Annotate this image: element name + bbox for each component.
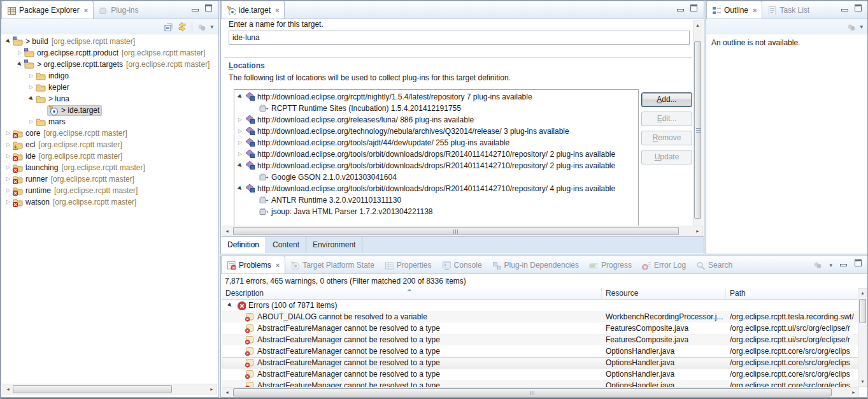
expand-arrow-icon[interactable]: [4, 162, 13, 173]
expand-arrow-icon[interactable]: [236, 126, 245, 137]
tree-item-kepler[interactable]: kepler: [1, 82, 218, 93]
target-name-input[interactable]: [229, 31, 690, 45]
tree-item-indigo[interactable]: indigo: [1, 70, 218, 82]
expand-arrow-icon[interactable]: [236, 91, 245, 103]
collapse-all-icon[interactable]: [164, 22, 173, 31]
location-plugin-row[interactable]: ANTLR Runtime 3.2.0.v201101311130: [234, 194, 638, 206]
close-icon[interactable]: [84, 7, 88, 13]
view-menu-chevron-icon[interactable]: [829, 262, 832, 268]
expand-arrow-icon[interactable]: [4, 196, 13, 208]
tree-item-watson[interactable]: watson [org.eclipse.rcptt master]: [1, 196, 218, 208]
tab-console[interactable]: Console: [437, 256, 487, 273]
problem-row[interactable]: AbstractFeatureManager cannot be resolve…: [222, 380, 859, 387]
problems-hscrollbar[interactable]: [222, 387, 859, 398]
tree-item-ecl[interactable]: ecl [org.eclipse.rcptt master]: [1, 139, 218, 150]
scroll-left-icon[interactable]: [3, 387, 13, 391]
maximize-icon[interactable]: [205, 4, 212, 11]
minimize-icon[interactable]: [841, 9, 848, 11]
maximize-icon[interactable]: [690, 4, 697, 11]
scroll-left-icon[interactable]: [222, 229, 232, 233]
problem-row[interactable]: AbstractFeatureManager cannot be resolve…: [222, 334, 859, 345]
add-button[interactable]: Add...: [641, 92, 692, 107]
expand-arrow-icon[interactable]: [236, 114, 245, 126]
expand-arrow-icon[interactable]: [4, 185, 13, 196]
tab-content[interactable]: Content: [266, 237, 306, 253]
location-row[interactable]: http://download.eclipse.org/tools/orbit/…: [234, 160, 638, 171]
minimize-icon[interactable]: [192, 9, 199, 11]
scrollbar-thumb[interactable]: [13, 385, 172, 393]
scrollbar-thumb[interactable]: [233, 227, 679, 235]
problem-row[interactable]: AbstractFeatureManager cannot be resolve…: [222, 345, 859, 357]
link-with-editor-icon[interactable]: [177, 22, 187, 32]
tree-item-core[interactable]: core [org.eclipse.rcptt master]: [1, 127, 218, 139]
scrollbar-thumb[interactable]: [694, 41, 701, 219]
editor-hscrollbar[interactable]: [222, 226, 703, 236]
tree-item-runtime[interactable]: runtime [org.eclipse.rcptt master]: [1, 185, 218, 196]
scroll-right-icon[interactable]: [207, 387, 217, 391]
expand-arrow-icon[interactable]: [15, 59, 24, 70]
expand-arrow-icon[interactable]: [236, 160, 245, 171]
tree-item-ide-target[interactable]: > ide.target: [1, 105, 218, 116]
expand-arrow-icon[interactable]: [27, 93, 36, 105]
location-row[interactable]: http://download.eclipse.org/rcptt/nightl…: [234, 91, 638, 103]
maximize-icon[interactable]: [855, 4, 862, 11]
tree-item-luna[interactable]: > luna: [1, 93, 218, 105]
expand-arrow-icon[interactable]: [27, 116, 36, 127]
problem-row[interactable]: ABOUT_DIALOG cannot be resolved to a var…: [222, 311, 859, 323]
tab-properties[interactable]: Properties: [380, 256, 437, 273]
tab-outline[interactable]: Outline: [706, 1, 762, 18]
scroll-left-icon[interactable]: [222, 390, 232, 395]
scrollbar-thumb[interactable]: [233, 388, 832, 396]
tree-item-targets[interactable]: > org.eclipse.rcptt.targets [org.eclipse…: [1, 59, 218, 70]
tab-definition[interactable]: Definition: [221, 237, 266, 253]
tab-problems[interactable]: Problems: [221, 256, 285, 273]
expand-arrow-icon[interactable]: [15, 47, 24, 59]
expand-arrow-icon[interactable]: [4, 173, 13, 185]
maximize-icon[interactable]: [855, 259, 862, 266]
expand-arrow-icon[interactable]: [236, 149, 245, 160]
scrollbar-thumb[interactable]: [859, 299, 866, 323]
tab-plug-ins[interactable]: Plug-ins: [94, 1, 143, 18]
expand-arrow-icon[interactable]: [4, 150, 13, 162]
tab-package-explorer[interactable]: Package Explorer: [1, 1, 94, 18]
expand-arrow-icon[interactable]: [4, 127, 13, 139]
expand-arrow-icon[interactable]: [27, 70, 36, 82]
tab-target-platform-state[interactable]: Target Platform State: [285, 256, 380, 273]
tab-environment[interactable]: Environment: [306, 237, 362, 253]
problem-row[interactable]: AbstractFeatureManager cannot be resolve…: [222, 323, 859, 334]
scroll-up-icon[interactable]: [858, 289, 867, 298]
tab-task-list[interactable]: Task List: [762, 1, 815, 18]
close-icon[interactable]: [753, 7, 757, 13]
tab-search[interactable]: Search: [691, 256, 737, 273]
tree-item-runner[interactable]: runner [org.eclipse.rcptt master]: [1, 173, 218, 185]
location-plugin-row[interactable]: RCPTT Runtime Sites (Incubation) 1.5.4.2…: [234, 103, 638, 114]
tree-item-mars[interactable]: mars: [1, 116, 218, 127]
minimize-icon[interactable]: [677, 9, 684, 11]
expand-arrow-icon[interactable]: [4, 139, 13, 150]
tree-item-launching[interactable]: launching [org.eclipse.rcptt master]: [1, 162, 218, 173]
location-row[interactable]: http://download.eclipse.org/releases/lun…: [234, 114, 638, 126]
tab-progress[interactable]: Progress: [584, 256, 637, 273]
column-header-resource[interactable]: Resource: [602, 288, 726, 299]
editor-vscrollbar[interactable]: [693, 20, 702, 228]
expand-arrow-icon[interactable]: [236, 137, 245, 149]
column-header-path[interactable]: Path: [726, 288, 859, 299]
tree-item-ide[interactable]: ide [org.eclipse.rcptt master]: [1, 150, 218, 162]
location-row[interactable]: http://download.eclipse.org/technology/n…: [234, 126, 638, 137]
package-explorer-hscrollbar[interactable]: [3, 384, 217, 395]
expand-arrow-icon[interactable]: [4, 36, 13, 47]
tree-item-build[interactable]: > build [org.eclipse.rcptt master]: [1, 36, 218, 47]
tab-plug-in-dependencies[interactable]: Plug-in Dependencies: [487, 256, 584, 273]
scroll-down-icon[interactable]: [858, 377, 867, 386]
scroll-right-icon[interactable]: [693, 229, 702, 233]
tree-item-product[interactable]: org.eclipse.rcptt.product [org.eclipse.r…: [1, 47, 218, 59]
location-row[interactable]: http://download.eclipse.org/tools/orbit/…: [234, 149, 638, 160]
tab-ide-target[interactable]: ide.target: [221, 1, 285, 18]
location-plugin-row[interactable]: jsoup: Java HTML Parser 1.7.2.v201304221…: [234, 206, 638, 217]
location-row[interactable]: http://download.eclipse.org/tools/orbit/…: [234, 183, 638, 194]
problem-row-highlighted[interactable]: AbstractFeatureManager cannot be resolve…: [222, 357, 859, 368]
close-icon[interactable]: [275, 7, 279, 13]
view-menu-chevron-icon[interactable]: [210, 24, 213, 30]
location-row[interactable]: http://download.eclipse.org/tools/ajdt/4…: [234, 137, 638, 149]
problems-vscrollbar[interactable]: [858, 288, 867, 387]
